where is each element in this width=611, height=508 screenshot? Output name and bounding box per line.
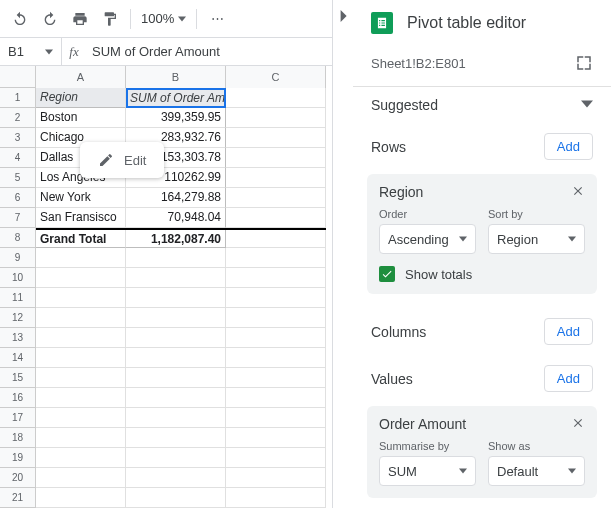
cell[interactable] xyxy=(226,88,326,108)
row-header[interactable]: 4 xyxy=(0,148,36,168)
close-icon[interactable] xyxy=(571,184,587,200)
row-header[interactable]: 18 xyxy=(0,428,36,448)
row-header[interactable]: 10 xyxy=(0,268,36,288)
zoom-dropdown[interactable]: 100% xyxy=(141,11,186,26)
row-header[interactable]: 20 xyxy=(0,468,36,488)
sortby-dropdown[interactable]: Region xyxy=(488,224,585,254)
row-header[interactable]: 8 xyxy=(0,228,36,248)
close-icon[interactable] xyxy=(571,416,587,432)
cell[interactable] xyxy=(36,348,126,368)
cell[interactable] xyxy=(226,428,326,448)
grand-total-label[interactable]: Grand Total xyxy=(36,230,126,248)
cell[interactable] xyxy=(36,368,126,388)
cell[interactable] xyxy=(226,168,326,188)
cell[interactable] xyxy=(226,488,326,508)
paint-format-icon[interactable] xyxy=(100,9,120,29)
cell[interactable] xyxy=(126,428,226,448)
add-values-button[interactable]: Add xyxy=(544,365,593,392)
cell[interactable] xyxy=(226,368,326,388)
col-header-a[interactable]: A xyxy=(36,66,126,88)
cell[interactable] xyxy=(126,408,226,428)
cell-reference[interactable]: B1 xyxy=(0,38,62,65)
grand-total-value[interactable]: 1,182,087.40 xyxy=(126,230,226,248)
cell[interactable] xyxy=(226,288,326,308)
cell-value[interactable]: 70,948.04 xyxy=(126,208,226,228)
cell[interactable] xyxy=(226,388,326,408)
cell-region[interactable]: New York xyxy=(36,188,126,208)
cell[interactable] xyxy=(226,308,326,328)
cell[interactable] xyxy=(126,348,226,368)
cell[interactable] xyxy=(226,468,326,488)
row-header[interactable]: 21 xyxy=(0,488,36,508)
cell[interactable] xyxy=(126,368,226,388)
cell[interactable] xyxy=(226,348,326,368)
cell-value[interactable]: 399,359.95 xyxy=(126,108,226,128)
cell[interactable] xyxy=(36,408,126,428)
formula-bar[interactable]: SUM of Order Amount xyxy=(86,44,332,59)
row-header[interactable]: 12 xyxy=(0,308,36,328)
cell[interactable] xyxy=(126,488,226,508)
row-header[interactable]: 3 xyxy=(0,128,36,148)
row-header[interactable]: 1 xyxy=(0,88,36,108)
more-icon[interactable]: ⋯ xyxy=(207,9,227,29)
cell[interactable] xyxy=(126,328,226,348)
cell[interactable] xyxy=(226,230,326,248)
pivot-header-sum[interactable]: SUM of Order Amount xyxy=(126,88,226,108)
cell[interactable] xyxy=(226,188,326,208)
suggested-section[interactable]: Suggested xyxy=(353,86,611,123)
row-header[interactable]: 5 xyxy=(0,168,36,188)
cell[interactable] xyxy=(226,248,326,268)
cell[interactable] xyxy=(126,308,226,328)
showas-dropdown[interactable]: Default xyxy=(488,456,585,486)
cell[interactable] xyxy=(226,208,326,228)
cell[interactable] xyxy=(226,448,326,468)
undo-icon[interactable] xyxy=(10,9,30,29)
cell[interactable] xyxy=(226,408,326,428)
add-rows-button[interactable]: Add xyxy=(544,133,593,160)
cell[interactable] xyxy=(126,248,226,268)
cell-region[interactable]: San Fransisco xyxy=(36,208,126,228)
cell[interactable] xyxy=(126,268,226,288)
cell[interactable] xyxy=(36,488,126,508)
cell[interactable] xyxy=(226,328,326,348)
cell[interactable] xyxy=(226,128,326,148)
cell[interactable] xyxy=(126,388,226,408)
row-header[interactable]: 9 xyxy=(0,248,36,268)
redo-icon[interactable] xyxy=(40,9,60,29)
cell[interactable] xyxy=(226,108,326,128)
cell[interactable] xyxy=(36,248,126,268)
cell[interactable] xyxy=(36,288,126,308)
row-header[interactable]: 15 xyxy=(0,368,36,388)
show-totals-checkbox[interactable]: Show totals xyxy=(379,266,585,282)
panel-collapse-icon[interactable] xyxy=(333,0,353,508)
pivot-header-region[interactable]: Region xyxy=(36,88,126,108)
cell[interactable] xyxy=(36,428,126,448)
row-header[interactable]: 13 xyxy=(0,328,36,348)
cell[interactable] xyxy=(36,268,126,288)
edit-popup[interactable]: Edit xyxy=(80,142,164,178)
cell[interactable] xyxy=(36,388,126,408)
corner-cell[interactable] xyxy=(0,66,36,88)
add-columns-button[interactable]: Add xyxy=(544,318,593,345)
row-header[interactable]: 6 xyxy=(0,188,36,208)
cell[interactable] xyxy=(226,268,326,288)
cell[interactable] xyxy=(126,448,226,468)
row-header[interactable]: 11 xyxy=(0,288,36,308)
print-icon[interactable] xyxy=(70,9,90,29)
cell-region[interactable]: Boston xyxy=(36,108,126,128)
range-text[interactable]: Sheet1!B2:E801 xyxy=(371,56,466,71)
select-range-icon[interactable] xyxy=(575,54,593,72)
cell[interactable] xyxy=(126,468,226,488)
cell[interactable] xyxy=(36,308,126,328)
col-header-c[interactable]: C xyxy=(226,66,326,88)
cell-value[interactable]: 164,279.88 xyxy=(126,188,226,208)
row-header[interactable]: 16 xyxy=(0,388,36,408)
cell[interactable] xyxy=(126,288,226,308)
row-header[interactable]: 14 xyxy=(0,348,36,368)
col-header-b[interactable]: B xyxy=(126,66,226,88)
row-header[interactable]: 2 xyxy=(0,108,36,128)
cell[interactable] xyxy=(36,448,126,468)
cell[interactable] xyxy=(36,328,126,348)
row-header[interactable]: 17 xyxy=(0,408,36,428)
order-dropdown[interactable]: Ascending xyxy=(379,224,476,254)
